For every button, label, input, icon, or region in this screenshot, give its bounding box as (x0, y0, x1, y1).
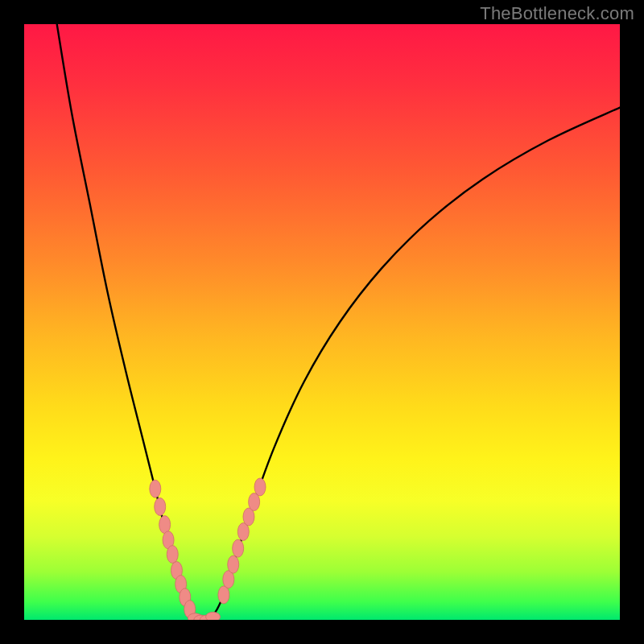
chart-svg (24, 24, 620, 620)
data-marker (155, 497, 166, 515)
data-marker (159, 516, 171, 534)
data-marker (206, 612, 221, 620)
data-marker (233, 539, 244, 557)
bottleneck-curve (57, 24, 620, 620)
data-marker (228, 555, 239, 573)
chart-frame: TheBottleneck.com (0, 0, 644, 644)
data-marker (167, 546, 178, 564)
watermark-text: TheBottleneck.com (480, 3, 634, 24)
data-markers (150, 478, 266, 620)
data-marker (254, 478, 266, 496)
data-marker (150, 480, 161, 497)
data-marker (218, 586, 229, 604)
chart-plot-area (24, 24, 620, 620)
data-marker (249, 493, 260, 510)
